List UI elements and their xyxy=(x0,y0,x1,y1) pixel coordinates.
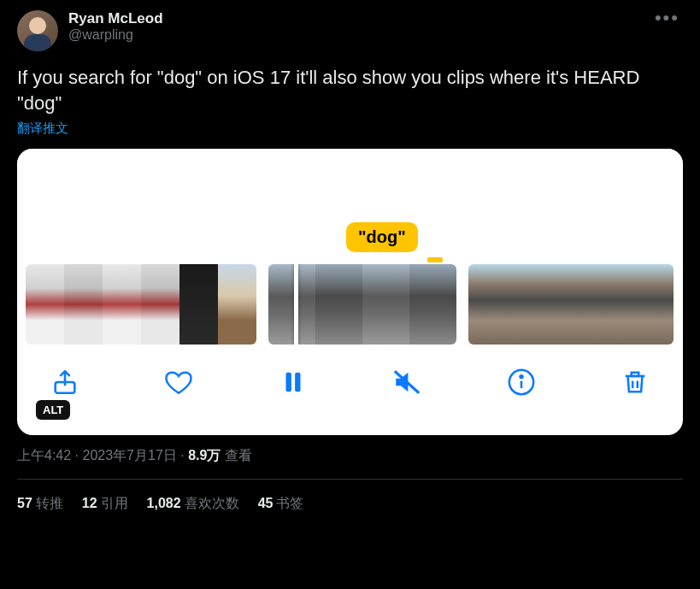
video-frame xyxy=(409,264,456,345)
svg-point-6 xyxy=(520,376,522,379)
media-top-area: "dog" xyxy=(17,149,683,264)
tweet-container: Ryan McLeod @warpling ••• If you search … xyxy=(0,0,700,539)
translate-link[interactable]: 翻译推文 xyxy=(17,121,68,137)
trash-icon xyxy=(621,368,650,397)
video-frame xyxy=(64,264,103,345)
display-name: Ryan McLeod xyxy=(68,10,641,27)
share-button[interactable] xyxy=(50,367,80,398)
video-frame xyxy=(315,264,362,345)
speaker-muted-icon xyxy=(392,368,421,397)
video-frame xyxy=(468,264,503,345)
info-icon xyxy=(507,368,536,397)
tweet-date[interactable]: 2023年7月17日 xyxy=(82,448,176,462)
tweet-time[interactable]: 上午4:42 xyxy=(17,448,71,462)
playhead-handle[interactable] xyxy=(294,264,298,345)
video-frame xyxy=(571,264,605,345)
video-frame xyxy=(605,264,639,345)
author-names[interactable]: Ryan McLeod @warpling xyxy=(68,10,641,43)
like-button[interactable] xyxy=(163,367,194,398)
video-frame xyxy=(362,264,409,345)
video-frame xyxy=(268,264,315,345)
mute-button[interactable] xyxy=(391,367,422,398)
media-toolbar xyxy=(17,346,683,406)
bookmarks-stat[interactable]: 45书签 xyxy=(258,495,304,513)
clip-group-3[interactable] xyxy=(468,264,674,345)
tweet-metadata: 上午4:42 · 2023年7月17日 · 8.9万 查看 xyxy=(17,447,683,480)
view-label: 查看 xyxy=(221,448,251,462)
video-frame xyxy=(103,264,141,345)
alt-text-badge[interactable]: ALT xyxy=(36,400,70,420)
svg-rect-1 xyxy=(285,373,291,392)
share-icon xyxy=(50,368,79,397)
svg-rect-2 xyxy=(295,373,300,392)
video-frame xyxy=(141,264,179,345)
likes-stat[interactable]: 1,082喜欢次数 xyxy=(147,495,239,513)
user-handle: @warpling xyxy=(68,27,641,43)
info-button[interactable] xyxy=(506,367,537,398)
video-frame xyxy=(639,264,674,345)
tweet-header: Ryan McLeod @warpling ••• xyxy=(17,10,683,51)
clip-group-1[interactable] xyxy=(26,264,256,345)
pause-icon xyxy=(279,368,308,397)
view-count: 8.9万 xyxy=(188,448,221,462)
retweets-stat[interactable]: 57转推 xyxy=(17,495,63,513)
heart-icon xyxy=(164,368,193,397)
delete-button[interactable] xyxy=(620,367,650,398)
video-frame xyxy=(537,264,571,345)
engagement-stats: 57转推 12引用 1,082喜欢次数 45书签 xyxy=(17,480,683,528)
tweet-text: If you search for "dog" on iOS 17 it'll … xyxy=(17,65,683,115)
more-options-button[interactable]: ••• xyxy=(651,10,683,26)
video-frame xyxy=(218,264,256,345)
video-frame xyxy=(179,264,218,345)
clip-group-2[interactable] xyxy=(268,264,456,345)
video-frame xyxy=(503,264,537,345)
pause-button[interactable] xyxy=(278,367,309,398)
avatar[interactable] xyxy=(17,10,58,51)
quotes-stat[interactable]: 12引用 xyxy=(82,495,128,513)
video-frame xyxy=(26,264,64,345)
video-timeline[interactable] xyxy=(17,264,683,346)
caption-marker xyxy=(427,257,443,262)
caption-bubble: "dog" xyxy=(346,222,418,252)
media-attachment[interactable]: "dog" xyxy=(17,149,683,435)
